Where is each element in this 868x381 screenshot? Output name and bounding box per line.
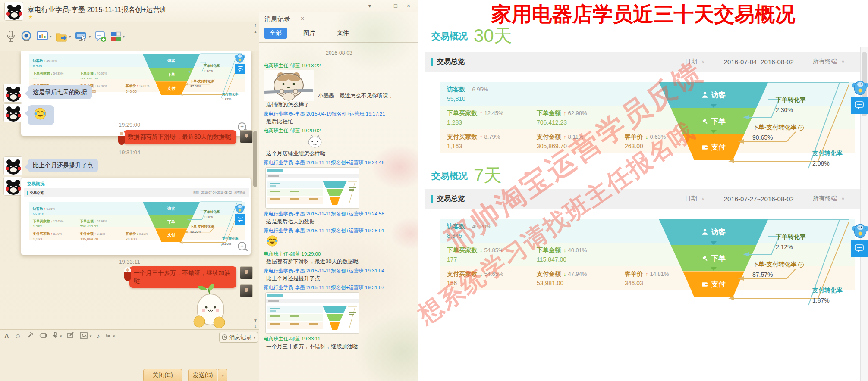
screen-share-icon[interactable]: ▾ <box>75 31 91 42</box>
order-pay-conversion-rate: 下单-支付转化率? 87.57% <box>752 261 804 278</box>
tab-all[interactable]: 全部 <box>264 28 287 39</box>
help-icon[interactable]: ? <box>798 125 804 131</box>
metric-label: 支付金额 <box>80 232 94 236</box>
rate-label: 支付转化率 <box>222 237 239 241</box>
chat-history-icon[interactable] <box>94 31 107 42</box>
self-avatar[interactable] <box>240 284 253 297</box>
chat-image-30day-report[interactable]: 交易概况 交易总览 日期2016-07-04~2016-08-02所有终端 访客… <box>21 178 251 255</box>
close-icon[interactable]: × <box>404 2 413 10</box>
caret-down-icon[interactable]: ▾ <box>60 334 62 338</box>
peer-avatar[interactable] <box>3 177 22 196</box>
metric-label: 支付买家数 <box>33 232 50 236</box>
zoom-image-icon[interactable]: + <box>238 242 246 250</box>
send-file-icon[interactable]: ▾ <box>55 31 71 42</box>
date-filter-dropdown[interactable]: 日期 <box>685 58 697 66</box>
compose-icon[interactable] <box>67 332 74 340</box>
voice-message-icon[interactable] <box>53 332 58 340</box>
history-message-list: 电商班主任-邹蓝 19:13:22 小墨墨，最近怎么不见你听课， <box>264 60 415 352</box>
font-style-icon[interactable]: A <box>4 332 9 340</box>
close-history-icon[interactable]: × <box>301 15 304 22</box>
scrollbar-thumb[interactable] <box>253 131 257 187</box>
scroll-up-icon[interactable]: ▲ <box>252 29 259 35</box>
caret-down-icon[interactable]: ▾ <box>69 34 71 39</box>
caret-down-icon: ▾ <box>253 335 255 340</box>
caret-down-icon[interactable]: ▾ <box>123 34 125 39</box>
video-call-icon[interactable] <box>20 30 32 43</box>
feedback-chat-button[interactable] <box>235 214 245 225</box>
message-text: 小墨墨，最近怎么不见你听课， <box>315 92 393 100</box>
caret-down-icon[interactable]: ▾ <box>89 334 91 338</box>
chat-scrollbar[interactable]: ↥ ▲ ▼ ↧ <box>252 23 259 330</box>
peer-avatar[interactable] <box>4 2 23 21</box>
peer-message-bubble: 这是最后七天的数据 <box>28 85 92 99</box>
feedback-chat-button[interactable] <box>851 240 868 257</box>
order-conversion-rate: 下单转化率 2.30% <box>776 96 806 113</box>
funnel-step-arrow <box>711 130 717 134</box>
caret-down-icon[interactable]: ▾ <box>88 34 91 39</box>
accent-bar <box>431 195 433 203</box>
close-chat-button[interactable]: 关闭(C) <box>143 369 182 381</box>
tab-images[interactable]: 图片 <box>298 28 321 39</box>
metric-label: 下单买家数 <box>33 72 50 75</box>
screen: 家电行业学员-李墨 2015-11-11报名创+运营班 ★ ▾ ─ □ × ▾ <box>0 0 868 381</box>
metric-label: 支付金额 <box>537 133 561 140</box>
funnel-level-visitors: 访客 <box>167 206 175 212</box>
self-avatar[interactable] <box>240 266 253 279</box>
date-range: 2016-07-04~2016-08-02 <box>724 58 794 66</box>
peer-avatar[interactable] <box>3 103 22 122</box>
rate-value: 87.57% <box>190 84 214 88</box>
peer-avatar[interactable] <box>3 84 22 103</box>
help-icon[interactable]: ? <box>798 262 804 268</box>
window-shake-icon[interactable] <box>39 332 47 340</box>
caret-down-icon[interactable]: ▾ <box>49 34 51 39</box>
rate-value: 2.12% <box>776 244 806 250</box>
peer-avatar[interactable] <box>3 156 22 175</box>
metric-pct: 12.45% <box>484 110 503 116</box>
vip-star-icon: ★ <box>28 14 33 20</box>
report-thumbnail[interactable] <box>265 292 359 334</box>
metric-label: 客单价 <box>625 270 643 277</box>
minimize-icon[interactable]: ─ <box>378 2 387 10</box>
terminal-dropdown[interactable]: 所有终端 <box>813 195 837 203</box>
metric-pct: 45.20% <box>472 223 491 230</box>
metric-pct: 8.79% <box>484 134 500 140</box>
voice-call-icon[interactable] <box>5 30 16 43</box>
trend-up-icon: ↑ <box>137 84 138 87</box>
sender-line: 电商班主任-邹蓝 19:13:22 <box>264 62 415 69</box>
terminal-dropdown[interactable]: 所有终端 <box>813 58 837 66</box>
terminal-filter: 所有终端 <box>234 191 245 195</box>
emoji-picker-icon[interactable]: ☺ <box>15 332 21 340</box>
image-upload-icon[interactable] <box>80 332 88 340</box>
pay-wallet-icon <box>701 144 708 150</box>
message-history-button[interactable]: 消息记录 ▾ <box>219 332 258 343</box>
self-avatar[interactable] <box>240 130 253 143</box>
hamster-sticker[interactable] <box>264 70 314 101</box>
feedback-chat-button[interactable] <box>851 97 868 114</box>
date-filter-dropdown[interactable]: 日期 <box>685 195 697 203</box>
laugh-cry-emoji <box>34 107 47 120</box>
caret-down-icon[interactable]: ▾ <box>113 334 115 338</box>
feedback-chat-button[interactable] <box>235 64 245 74</box>
trend-down-icon: ↓ <box>563 247 566 253</box>
trend-down-icon: ↓ <box>563 271 566 277</box>
screenshot-scissors-icon[interactable]: ✂ <box>106 332 111 340</box>
skin-menu-icon[interactable]: ▾ <box>365 2 374 10</box>
message-text: 这个月店铺业绩怎么样哒 <box>264 150 415 157</box>
scroll-down-icon[interactable]: ▼ <box>252 318 259 324</box>
message-text: 数据都有所下滑呀，最近30天的数据呢 <box>264 258 415 265</box>
magic-wand-icon[interactable] <box>27 332 34 340</box>
section-period: 7天 <box>474 166 502 184</box>
rate-value: 1.87% <box>222 97 239 101</box>
send-options-button[interactable]: ▾ <box>218 369 227 381</box>
tab-files[interactable]: 文件 <box>332 28 354 39</box>
funnel-step-arrow <box>711 267 717 271</box>
scroll-to-top-icon[interactable]: ↥ <box>252 23 259 29</box>
music-icon[interactable]: ♪ <box>97 332 100 340</box>
poll-chart-icon[interactable]: ▾ <box>36 31 51 42</box>
send-button[interactable]: 发送(S) <box>188 369 217 381</box>
cat-sticker[interactable] <box>308 135 322 148</box>
maximize-icon[interactable]: □ <box>391 2 400 10</box>
apps-grid-icon[interactable]: ▾ <box>110 31 125 42</box>
metric-value: 115,847.00 <box>537 256 587 263</box>
report-thumbnail[interactable] <box>265 167 359 209</box>
